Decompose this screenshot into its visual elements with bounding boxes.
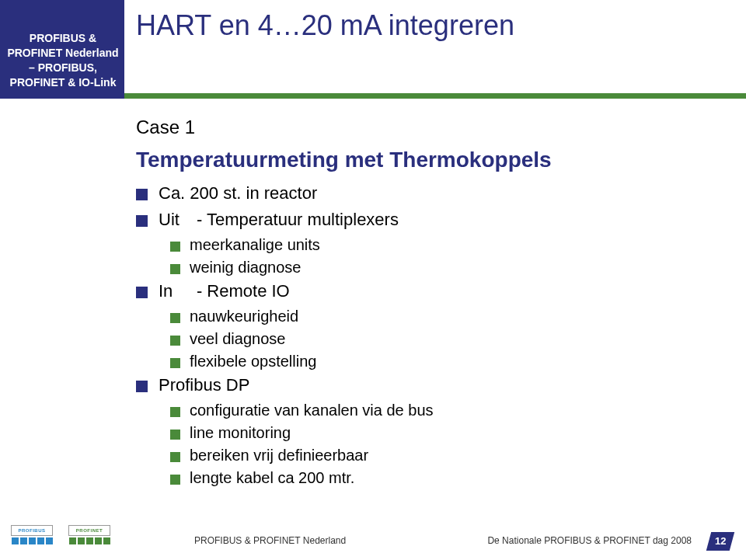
bullet-text: weinig diagnose <box>190 259 301 277</box>
bullet-square-icon <box>170 358 180 368</box>
bullet-square-icon <box>170 452 180 462</box>
bullet-l2: meerkanalige units <box>170 236 695 254</box>
bullet-l2: veel diagnose <box>170 330 695 348</box>
bullet-l2: nauwkeurigheid <box>170 308 695 325</box>
bullet-l2: configuratie van kanalen via de bus <box>170 402 695 419</box>
bullet-text: Uit - Temperatuur multiplexers <box>159 210 399 230</box>
bullet-text: configuratie van kanalen via de bus <box>190 402 434 419</box>
bullet-square-icon <box>170 336 180 346</box>
sidebar-line4: PROFINET & IO-Link <box>5 75 121 90</box>
bullet-l1: Profibus DP <box>136 375 695 395</box>
bullet-square-icon <box>170 264 180 274</box>
footer-right-text: De Nationale PROFIBUS & PROFINET dag 200… <box>487 535 692 546</box>
page-number: 12 <box>715 532 726 551</box>
bullet-square-icon <box>170 313 180 323</box>
bullet-l2: line monitoring <box>170 424 695 442</box>
bullet-square-icon <box>136 189 148 200</box>
bullet-square-icon <box>136 381 148 392</box>
bullet-text: Profibus DP <box>159 375 249 395</box>
bullet-square-icon <box>136 287 148 298</box>
footer-left-text: PROFIBUS & PROFINET Nederland <box>194 535 346 546</box>
bullet-text: Ca. 200 st. in reactor <box>159 183 317 203</box>
sidebar-line2: PROFINET Nederland <box>5 46 121 61</box>
bullet-text: nauwkeurigheid <box>190 308 298 325</box>
bullet-text: lengte kabel ca 200 mtr. <box>190 469 354 487</box>
slide: PROFIBUS & PROFINET Nederland – PROFIBUS… <box>0 0 746 560</box>
bullet-square-icon <box>170 475 180 485</box>
sidebar-line3: – PROFIBUS, <box>5 61 121 75</box>
sidebar-org-label: PROFIBUS & PROFINET Nederland – PROFIBUS… <box>5 31 121 90</box>
bullet-text: flexibele opstelling <box>190 353 316 370</box>
bullet-square-icon <box>170 242 180 252</box>
bullet-l2: flexibele opstelling <box>170 353 695 370</box>
case-label: Case 1 <box>136 117 695 138</box>
footer: PROFIBUS & PROFINET Nederland De Nationa… <box>0 527 746 551</box>
subheading: Temperatuurmeting met Thermokoppels <box>136 148 695 172</box>
bullet-l1: Ca. 200 st. in reactor <box>136 183 695 203</box>
bullet-l2: lengte kabel ca 200 mtr. <box>170 469 695 487</box>
bullet-text: meerkanalige units <box>190 236 320 254</box>
bullet-l2: weinig diagnose <box>170 259 695 277</box>
sidebar-line1: PROFIBUS & <box>5 31 121 46</box>
bullet-text: bereiken vrij definieerbaar <box>190 447 368 464</box>
bullet-square-icon <box>170 407 180 417</box>
bullet-square-icon <box>136 215 148 227</box>
page-number-badge: 12 <box>706 532 734 551</box>
bullet-text: veel diagnose <box>190 330 285 348</box>
bullet-l1: Uit - Temperatuur multiplexers <box>136 210 695 230</box>
bullet-l2: bereiken vrij definieerbaar <box>170 447 695 464</box>
bullet-square-icon <box>170 430 180 440</box>
slide-content: Case 1 Temperatuurmeting met Thermokoppe… <box>136 117 695 492</box>
slide-title: HART en 4…20 mA integreren <box>136 9 514 42</box>
bullet-text: line monitoring <box>190 424 291 442</box>
bullet-text: In - Remote IO <box>159 281 290 301</box>
bullet-l1: In - Remote IO <box>136 281 695 301</box>
